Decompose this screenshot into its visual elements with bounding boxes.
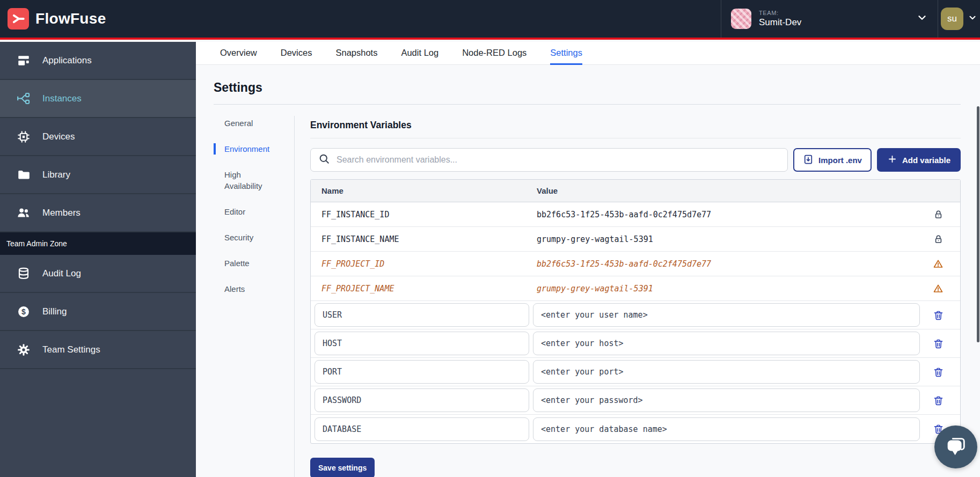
env-value-input[interactable] [533, 417, 920, 441]
team-selector[interactable]: TEAM: Sumit-Dev [721, 0, 938, 38]
sidebar-item-label: Audit Log [42, 268, 81, 279]
chat-widget-button[interactable] [934, 425, 977, 468]
sidebar: ApplicationsInstancesDevicesLibraryMembe… [0, 42, 196, 477]
env-name: FF_PROJECT_ID [311, 259, 537, 269]
sidebar-item-devices[interactable]: Devices [0, 118, 196, 156]
env-name-input[interactable] [315, 388, 529, 412]
env-variables-table: Name Value FF_INSTANCE_IDbb2f6c53-1f25-4… [310, 179, 961, 444]
plus-icon [887, 154, 897, 166]
sidebar-item-label: Billing [42, 306, 67, 317]
tab-overview[interactable]: Overview [220, 42, 257, 65]
section-title: Environment Variables [310, 120, 961, 131]
env-row-database [311, 415, 960, 443]
page-title: Settings [214, 80, 961, 95]
env-row-ff_project_id: FF_PROJECT_IDbb2f6c53-1f25-453b-aafd-0c2… [311, 252, 960, 276]
billing-dollar-icon: $ [16, 304, 31, 319]
sidebar-item-members[interactable]: Members [0, 194, 196, 232]
device-chip-icon [16, 129, 31, 144]
env-name: FF_INSTANCE_ID [311, 210, 537, 219]
environment-pane: Environment Variables [294, 116, 961, 477]
subnav-item-security[interactable]: Security [214, 232, 294, 243]
env-row-ff_instance_name: FF_INSTANCE_NAMEgrumpy-grey-wagtail-5391 [311, 227, 960, 252]
audit-log-icon [16, 266, 31, 281]
env-name: FF_PROJECT_NAME [311, 284, 537, 293]
subnav-item-environment[interactable]: Environment [214, 143, 294, 155]
sidebar-item-audit-log[interactable]: Audit Log [0, 255, 196, 293]
env-name-input[interactable] [315, 417, 529, 441]
trash-icon[interactable] [920, 395, 956, 406]
sidebar-item-library[interactable]: Library [0, 156, 196, 194]
members-icon [16, 206, 31, 220]
tab-node-red-logs[interactable]: Node-RED Logs [462, 42, 526, 65]
team-label: TEAM: [759, 10, 801, 17]
subnav-item-editor[interactable]: Editor [214, 206, 294, 217]
env-name: FF_INSTANCE_NAME [311, 234, 537, 244]
sidebar-item-billing[interactable]: $Billing [0, 293, 196, 331]
divider [214, 104, 961, 105]
warning-icon [916, 259, 960, 269]
brand-name: FlowFuse [35, 10, 106, 27]
sidebar-item-instances[interactable]: Instances [0, 80, 196, 118]
import-file-icon [803, 154, 814, 166]
env-name-input[interactable] [315, 332, 529, 355]
svg-text:$: $ [21, 307, 26, 315]
env-value-input[interactable] [533, 332, 920, 355]
library-folder-icon [16, 167, 31, 182]
user-menu[interactable]: su [938, 0, 980, 38]
chevron-down-icon [916, 12, 928, 26]
import-env-button[interactable]: Import .env [793, 148, 872, 172]
lock-icon [916, 234, 960, 244]
trash-icon[interactable] [920, 310, 956, 321]
settings-subnav: GeneralEnvironmentHigh AvailabilityEdito… [214, 116, 294, 477]
env-name-input[interactable] [315, 360, 529, 384]
team-avatar [731, 9, 751, 29]
subnav-item-palette[interactable]: Palette [214, 258, 294, 269]
env-value: bb2f6c53-1f25-453b-aafd-0c2f475d7e77 [537, 210, 916, 219]
env-name-input[interactable] [315, 303, 529, 327]
team-name: Sumit-Dev [759, 17, 801, 28]
sidebar-item-label: Instances [42, 93, 82, 104]
flowfuse-logo-icon [8, 8, 29, 30]
env-row-ff_instance_id: FF_INSTANCE_IDbb2f6c53-1f25-453b-aafd-0c… [311, 202, 960, 227]
search-input[interactable] [337, 155, 780, 165]
column-header-name: Name [311, 186, 537, 195]
env-row-ff_project_name: FF_PROJECT_NAMEgrumpy-grey-wagtail-5391 [311, 276, 960, 301]
user-avatar: su [941, 8, 963, 30]
env-value: grumpy-grey-wagtail-5391 [537, 284, 916, 293]
subnav-item-alerts[interactable]: Alerts [214, 283, 294, 295]
instances-icon [16, 91, 31, 106]
trash-icon[interactable] [920, 338, 956, 349]
warning-icon [916, 283, 960, 294]
sidebar-item-label: Applications [42, 55, 92, 66]
tab-audit-log[interactable]: Audit Log [401, 42, 438, 65]
env-value-input[interactable] [533, 388, 920, 412]
chat-bubble-icon [944, 434, 968, 460]
env-value-input[interactable] [533, 360, 920, 384]
table-header: Name Value [311, 180, 960, 202]
search-icon [318, 153, 331, 167]
add-variable-button[interactable]: Add variable [877, 148, 961, 172]
env-value: grumpy-grey-wagtail-5391 [537, 234, 916, 244]
tab-snapshots[interactable]: Snapshots [335, 42, 377, 65]
env-row-port [311, 358, 960, 386]
sidebar-item-label: Team Settings [42, 344, 100, 355]
sidebar-item-applications[interactable]: Applications [0, 42, 196, 80]
gear-icon [16, 342, 31, 357]
sidebar-item-label: Devices [42, 131, 75, 142]
app-window: FlowFuse TEAM: Sumit-Dev su Ap [0, 0, 980, 477]
chevron-down-icon [968, 13, 977, 25]
app-header: FlowFuse TEAM: Sumit-Dev su [0, 0, 980, 40]
subnav-item-high-availability[interactable]: High Availability [214, 169, 294, 192]
save-settings-button[interactable]: Save settings [310, 458, 375, 477]
sidebar-item-team-settings[interactable]: Team Settings [0, 331, 196, 369]
scrollbar-thumb[interactable] [977, 106, 979, 342]
search-box [310, 148, 788, 172]
env-value-input[interactable] [533, 303, 920, 327]
sidebar-item-label: Members [42, 208, 81, 218]
subnav-item-general[interactable]: General [214, 118, 294, 129]
tab-devices[interactable]: Devices [281, 42, 312, 65]
env-row-host [311, 329, 960, 358]
tab-settings[interactable]: Settings [550, 42, 582, 65]
applications-icon [16, 53, 31, 68]
trash-icon[interactable] [920, 366, 956, 378]
